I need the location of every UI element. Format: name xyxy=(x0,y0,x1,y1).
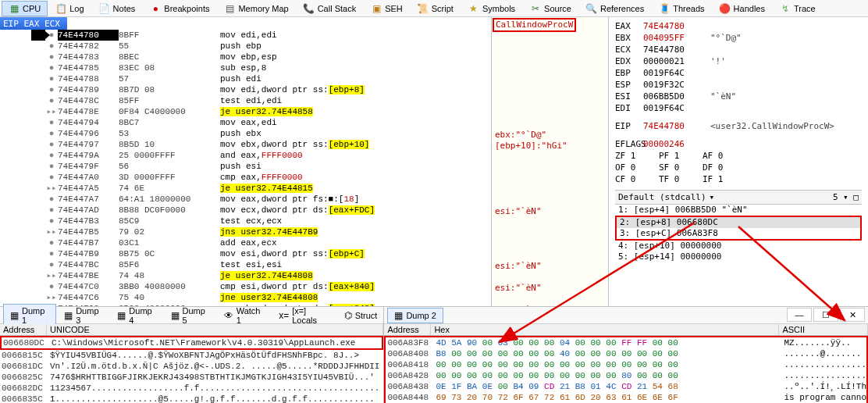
breakpoint-dot-icon[interactable]: ● xyxy=(45,73,58,84)
stack-param[interactable]: 1: [esp+4] 006BB5D0 "`èN" xyxy=(615,205,862,216)
breakpoint-dot-icon[interactable]: ● xyxy=(45,84,58,95)
tab-source[interactable]: ✂Source xyxy=(523,1,578,16)
disasm-row[interactable]: ●74E447B98B75 0Cmov esi,dword ptr ss:[eb… xyxy=(0,248,491,259)
breakpoint-dot-icon[interactable]: ● xyxy=(45,52,58,62)
disasm-row[interactable]: ●74E4479F56push esi xyxy=(0,161,491,172)
disasm-row[interactable]: ●74E447C88B98 48080000mov ebx,dword ptr … xyxy=(0,303,491,306)
flag[interactable]: DF 0 xyxy=(703,162,746,173)
disasm-row[interactable]: ●74E4478583EC 08sub esp,8 xyxy=(0,62,491,73)
dump-row[interactable]: 006A84380E 1F BA 0E 00 B4 09 CD 21 B8 01… xyxy=(386,381,866,392)
tab-dump-5[interactable]: ▦Dump 5 xyxy=(165,305,216,326)
tab-handles[interactable]: 🔴Handles xyxy=(713,1,772,16)
reg-value[interactable]: 006BB5D0 xyxy=(643,91,710,102)
stack-param[interactable]: 5: [esp+14] 00000000 xyxy=(615,251,862,262)
close-button[interactable]: ✕ xyxy=(840,308,865,322)
col-unicode[interactable]: UNICODE xyxy=(47,324,383,335)
dump-row[interactable]: 0066815C$ŸYIU45VBIÜG4......@.$ŸWoXBFNTJA… xyxy=(0,350,383,361)
reg-value[interactable]: 0019F64C xyxy=(643,67,710,79)
tab-memory-map[interactable]: ▤Memory Map xyxy=(217,1,295,16)
dump-row[interactable]: 006681DCVn'.I2Ü.m.ötd.b.x.Ñ|C Ašjöz.@<-.… xyxy=(0,361,383,372)
flag[interactable]: OF 0 xyxy=(615,162,659,173)
breakpoint-dot-icon[interactable]: ● xyxy=(45,205,58,216)
disasm-row[interactable]: ●74E447A03D 0000FFFFcmp eax,FFFF0000 xyxy=(0,172,491,183)
disasm-row[interactable]: ●74E4479653push ebx xyxy=(0,128,491,139)
tab-threads[interactable]: 🧵Threads xyxy=(652,1,711,16)
flag[interactable]: CF 0 xyxy=(615,173,659,185)
dump-row[interactable]: 006A842800 00 00 00 00 00 00 00 00 00 00… xyxy=(386,370,866,381)
breakpoint-dot-icon[interactable]: ▸ xyxy=(45,292,58,303)
dump-row[interactable]: 006A841800 00 00 00 00 00 00 00 00 00 00… xyxy=(386,359,866,370)
flag[interactable]: PF 1 xyxy=(659,150,703,162)
breakpoint-dot-icon[interactable]: ● xyxy=(45,161,58,172)
reg-value[interactable]: 0019F32C xyxy=(643,79,710,91)
breakpoint-dot-icon[interactable]: ● xyxy=(45,41,58,52)
tab-struct[interactable]: ⌬Struct xyxy=(338,308,384,323)
breakpoint-dot-icon[interactable]: ● xyxy=(45,62,58,73)
dump1-body[interactable]: 006680DCC:\Windows\Microsoft.NET\Framewo… xyxy=(0,336,383,403)
flag[interactable]: TF 0 xyxy=(659,173,703,185)
disasm-row[interactable]: ●74E447838BECmov ebp,esp xyxy=(0,52,491,62)
stack-arg-count[interactable]: 5 ▾ □ xyxy=(833,191,859,203)
breakpoint-dot-icon[interactable]: ● xyxy=(45,303,58,306)
tab-cpu[interactable]: ▦CPU xyxy=(2,1,48,16)
disasm-row[interactable]: ●74E447AD8B88 DC0F0000mov ecx,dword ptr … xyxy=(0,205,491,216)
disasm-row[interactable]: ▸74E4478E0F84 C4000000je user32.74E44858 xyxy=(0,106,491,117)
disasm-row[interactable]: ●74E447A764:A1 18000000mov eax,dword ptr… xyxy=(0,194,491,205)
breakpoint-dot-icon[interactable]: ▸ xyxy=(45,106,58,117)
dump-row[interactable]: 006680DCC:\Windows\Microsoft.NET\Framewo… xyxy=(0,336,383,350)
reg-value[interactable]: 74E44780 xyxy=(643,20,710,32)
registers-panel[interactable]: EAX74E44780EBX004095FF"°`D@"ECX74E44780E… xyxy=(609,17,868,306)
breakpoint-dot-icon[interactable]: ● xyxy=(45,95,58,106)
flag[interactable]: ZF 1 xyxy=(615,150,659,162)
breakpoint-dot-icon[interactable]: ● xyxy=(45,281,58,292)
tab-references[interactable]: 🔍References xyxy=(579,1,651,16)
dump-row[interactable]: 006682DC11234567..................f.f...… xyxy=(0,383,383,394)
dump2-body[interactable]: 006A83F84D 5A 90 00 03 00 00 00 04 00 00… xyxy=(384,336,868,403)
disasm-row[interactable]: ●74E447B703C1add eax,ecx xyxy=(0,237,491,248)
tab-trace[interactable]: ↯Trace xyxy=(773,1,823,16)
disasm-row[interactable]: ●74E447BC85F6test esi,esi xyxy=(0,259,491,270)
disasm-row[interactable]: ▸74E447BE74 48je user32.74E44808 xyxy=(0,270,491,281)
flag[interactable]: AF 0 xyxy=(703,150,746,162)
disasm-row[interactable]: ●74E4478255push ebp xyxy=(0,41,491,52)
tab-dump-4[interactable]: ▦Dump 4 xyxy=(111,305,162,326)
breakpoint-dot-icon[interactable]: ● xyxy=(45,128,58,139)
disasm-row[interactable]: ▸74E447A574 6Eje user32.74E44815 xyxy=(0,183,491,194)
disasm-row[interactable]: ●74E4478C85FFtest edi,edi xyxy=(0,95,491,106)
tab-script[interactable]: 📜Script xyxy=(411,1,461,16)
dump-row[interactable]: 0066825C7476$HRHTTBIGGFJIRKJEKRJ43498STB… xyxy=(0,372,383,383)
dump-row[interactable]: 006A844869 73 20 70 72 6F 67 72 61 6D 20… xyxy=(386,392,866,403)
tab--x-locals[interactable]: x=[x=] Locals xyxy=(272,305,336,326)
tab-call-stack[interactable]: 📞Call Stack xyxy=(297,1,364,16)
breakpoint-dot-icon[interactable]: ● xyxy=(45,259,58,270)
disasm-row[interactable]: ●74E447C03BB0 40080000cmp esi,dword ptr … xyxy=(0,281,491,292)
flag[interactable]: SF 0 xyxy=(659,162,703,173)
col-ascii[interactable]: ASCII xyxy=(779,324,868,335)
breakpoint-dot-icon[interactable]: ● xyxy=(45,194,58,205)
reg-value[interactable]: 0019F64C xyxy=(643,102,710,114)
breakpoint-dot-icon[interactable]: ● xyxy=(45,117,58,128)
col-address[interactable]: Address xyxy=(384,324,431,335)
tab-symbols[interactable]: ★Symbols xyxy=(461,1,522,16)
disasm-row[interactable]: ●74E447B385C9test ecx,ecx xyxy=(0,216,491,226)
breakpoint-dot-icon[interactable]: ● xyxy=(45,172,58,183)
breakpoint-dot-icon[interactable]: ▸ xyxy=(45,226,58,237)
tab-notes[interactable]: 📄Notes xyxy=(92,1,143,16)
reg-value[interactable]: 74E44780 xyxy=(643,44,710,55)
reg-value[interactable]: 00000021 xyxy=(643,55,710,67)
dump-row[interactable]: 0066835Cī....................@5.....g!.g… xyxy=(0,394,383,403)
tab-seh[interactable]: ▣SEH xyxy=(364,1,410,16)
stack-param[interactable]: 2: [esp+8] 006680DC xyxy=(617,217,860,228)
tab-log[interactable]: 📋Log xyxy=(48,1,91,16)
disasm-row[interactable]: ●74E447978B5D 10mov ebx,dword ptr ss:[eb… xyxy=(0,139,491,150)
stack-param[interactable]: 3: [esp+C] 006A83F8 xyxy=(617,228,860,239)
disasm-row[interactable]: ●74E447898B7D 08mov edi,dword ptr ss:[eb… xyxy=(0,84,491,95)
dump-row[interactable]: 006A83F84D 5A 90 00 03 00 00 00 04 00 00… xyxy=(386,337,866,348)
disasm-row[interactable]: ●74E447948BC7mov eax,edi xyxy=(0,117,491,128)
tab-dump-1[interactable]: ▦Dump 1 xyxy=(3,304,56,327)
minimize-button[interactable]: — xyxy=(787,308,812,322)
breakpoint-dot-icon[interactable]: ● xyxy=(45,216,58,226)
maximize-button[interactable]: ☐ xyxy=(813,308,838,322)
disasm-row[interactable]: ●74E447808BFFmov edi,edi xyxy=(0,30,491,41)
disasm-row[interactable]: ●74E4478857push edi xyxy=(0,73,491,84)
